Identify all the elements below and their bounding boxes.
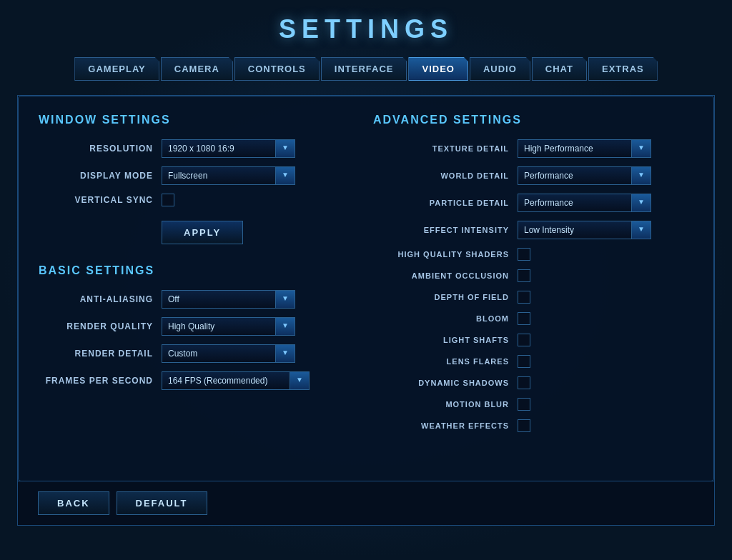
world-detail-dropdown[interactable]: Performance — [518, 166, 632, 185]
render-quality-row: RENDER QUALITY High Quality ▼ — [39, 317, 359, 336]
particle-detail-dropdown[interactable]: Performance — [518, 194, 632, 212]
world-detail-row: WORLD DETAIL Performance ▼ — [373, 166, 693, 185]
settings-panel: WINDOW SETTINGS RESOLUTION 1920 x 1080 1… — [17, 95, 715, 526]
tab-camera[interactable]: CAMERA — [161, 57, 233, 81]
motion-blur-label: MOTION BLUR — [373, 400, 509, 409]
default-button[interactable]: DEFAULT — [117, 491, 207, 515]
right-panel: ADVANCED SETTINGS TEXTURE DETAIL High Pe… — [373, 114, 693, 464]
tab-audio[interactable]: AUDIO — [470, 57, 530, 81]
fps-dropdown[interactable]: 164 FPS (Recommended) — [162, 371, 290, 390]
world-detail-label: WORLD DETAIL — [373, 171, 509, 180]
ambient-occlusion-row: AMBIENT OCCLUSION — [373, 269, 693, 282]
depth-of-field-checkbox[interactable] — [518, 291, 530, 304]
hq-shaders-checkbox[interactable] — [518, 248, 530, 261]
bloom-checkbox[interactable] — [518, 312, 530, 325]
render-detail-dropdown-arrow[interactable]: ▼ — [276, 344, 295, 363]
particle-detail-dropdown-wrapper: Performance ▼ — [518, 194, 651, 212]
display-mode-dropdown-arrow[interactable]: ▼ — [276, 166, 295, 185]
render-detail-dropdown-wrapper: Custom ▼ — [162, 344, 295, 363]
effect-intensity-row: EFFECT INTENSITY Low Intensity ▼ — [373, 221, 693, 239]
display-mode-dropdown[interactable]: Fullscreen — [162, 166, 276, 185]
dynamic-shadows-row: DYNAMIC SHADOWS — [373, 376, 693, 389]
render-quality-dropdown-arrow[interactable]: ▼ — [276, 317, 295, 336]
tab-controls[interactable]: CONTROLS — [234, 57, 320, 81]
render-quality-dropdown-wrapper: High Quality ▼ — [162, 317, 295, 336]
display-mode-dropdown-wrapper: Fullscreen ▼ — [162, 166, 295, 185]
effect-intensity-dropdown-arrow[interactable]: ▼ — [632, 221, 651, 239]
weather-effects-label: WEATHER EFFECTS — [373, 421, 509, 430]
hq-shaders-row: HIGH QUALITY SHADERS — [373, 248, 693, 261]
anti-aliasing-row: ANTI-ALIASING Off ▼ — [39, 290, 359, 309]
motion-blur-checkbox[interactable] — [518, 398, 530, 411]
window-settings-title: WINDOW SETTINGS — [39, 114, 359, 126]
world-detail-dropdown-wrapper: Performance ▼ — [518, 166, 651, 185]
lens-flares-checkbox[interactable] — [518, 355, 530, 368]
back-button[interactable]: BACK — [38, 491, 109, 515]
tab-bar: GAMEPLAY CAMERA CONTROLS INTERFACE VIDEO… — [9, 57, 723, 81]
lens-flares-label: LENS FLARES — [373, 357, 509, 366]
tab-gameplay[interactable]: GAMEPLAY — [74, 57, 159, 81]
motion-blur-row: MOTION BLUR — [373, 398, 693, 411]
render-detail-dropdown[interactable]: Custom — [162, 344, 276, 363]
basic-settings-title: BASIC SETTINGS — [39, 264, 359, 277]
anti-aliasing-dropdown-wrapper: Off ▼ — [162, 290, 295, 309]
resolution-dropdown-arrow[interactable]: ▼ — [276, 139, 295, 158]
tab-chat[interactable]: CHAT — [532, 57, 587, 81]
resolution-row: RESOLUTION 1920 x 1080 16:9 ▼ — [39, 139, 359, 158]
left-panel: WINDOW SETTINGS RESOLUTION 1920 x 1080 1… — [39, 114, 359, 464]
effect-intensity-dropdown-wrapper: Low Intensity ▼ — [518, 221, 651, 239]
bloom-row: BLOOM — [373, 312, 693, 325]
texture-detail-dropdown[interactable]: High Performance — [518, 139, 632, 158]
dynamic-shadows-checkbox[interactable] — [518, 376, 530, 389]
render-quality-dropdown[interactable]: High Quality — [162, 317, 276, 336]
dynamic-shadows-label: DYNAMIC SHADOWS — [373, 379, 509, 387]
tab-interface[interactable]: INTERFACE — [321, 57, 407, 81]
light-shafts-row: LIGHT SHAFTS — [373, 334, 693, 346]
texture-detail-label: TEXTURE DETAIL — [373, 144, 509, 153]
depth-of-field-label: DEPTH OF FIELD — [373, 293, 509, 301]
anti-aliasing-label: ANTI-ALIASING — [39, 294, 153, 304]
bloom-label: BLOOM — [373, 314, 509, 323]
render-detail-row: RENDER DETAIL Custom ▼ — [39, 344, 359, 363]
basic-settings-section: BASIC SETTINGS ANTI-ALIASING Off ▼ RENDE… — [39, 264, 359, 390]
depth-of-field-row: DEPTH OF FIELD — [373, 291, 693, 304]
display-mode-row: DISPLAY MODE Fullscreen ▼ — [39, 166, 359, 185]
world-detail-dropdown-arrow[interactable]: ▼ — [632, 166, 651, 185]
ambient-occlusion-checkbox[interactable] — [518, 269, 530, 282]
particle-detail-dropdown-arrow[interactable]: ▼ — [632, 194, 651, 212]
fps-label: FRAMES PER SECOND — [39, 376, 153, 386]
particle-detail-row: PARTICLE DETAIL Performance ▼ — [373, 194, 693, 212]
resolution-dropdown-wrapper: 1920 x 1080 16:9 ▼ — [162, 139, 295, 158]
vsync-row: VERTICAL SYNC — [39, 194, 359, 206]
fps-dropdown-wrapper: 164 FPS (Recommended) ▼ — [162, 371, 310, 390]
vsync-checkbox[interactable] — [162, 194, 174, 206]
anti-aliasing-dropdown[interactable]: Off — [162, 290, 276, 309]
effect-intensity-label: EFFECT INTENSITY — [373, 226, 509, 234]
tab-video[interactable]: VIDEO — [408, 57, 468, 81]
particle-detail-label: PARTICLE DETAIL — [373, 199, 509, 207]
weather-effects-row: WEATHER EFFECTS — [373, 419, 693, 432]
page-title: SETTINGS — [9, 14, 723, 44]
resolution-dropdown[interactable]: 1920 x 1080 16:9 — [162, 139, 276, 158]
light-shafts-label: LIGHT SHAFTS — [373, 336, 509, 344]
fps-dropdown-arrow[interactable]: ▼ — [290, 371, 310, 390]
bottom-bar: BACK DEFAULT — [18, 481, 714, 525]
render-detail-label: RENDER DETAIL — [39, 349, 153, 359]
display-mode-label: DISPLAY MODE — [39, 171, 153, 181]
tab-extras[interactable]: EXTRAS — [588, 57, 658, 81]
apply-button[interactable]: APPLY — [162, 221, 243, 244]
fps-row: FRAMES PER SECOND 164 FPS (Recommended) … — [39, 371, 359, 390]
advanced-settings-title: ADVANCED SETTINGS — [373, 114, 693, 126]
hq-shaders-label: HIGH QUALITY SHADERS — [373, 250, 509, 259]
texture-detail-row: TEXTURE DETAIL High Performance ▼ — [373, 139, 693, 158]
resolution-label: RESOLUTION — [39, 144, 153, 154]
anti-aliasing-dropdown-arrow[interactable]: ▼ — [276, 290, 295, 309]
render-quality-label: RENDER QUALITY — [39, 321, 153, 331]
weather-effects-checkbox[interactable] — [518, 419, 530, 432]
vsync-label: VERTICAL SYNC — [39, 195, 153, 205]
lens-flares-row: LENS FLARES — [373, 355, 693, 368]
light-shafts-checkbox[interactable] — [518, 334, 530, 346]
effect-intensity-dropdown[interactable]: Low Intensity — [518, 221, 632, 239]
texture-detail-dropdown-wrapper: High Performance ▼ — [518, 139, 651, 158]
texture-detail-dropdown-arrow[interactable]: ▼ — [632, 139, 651, 158]
